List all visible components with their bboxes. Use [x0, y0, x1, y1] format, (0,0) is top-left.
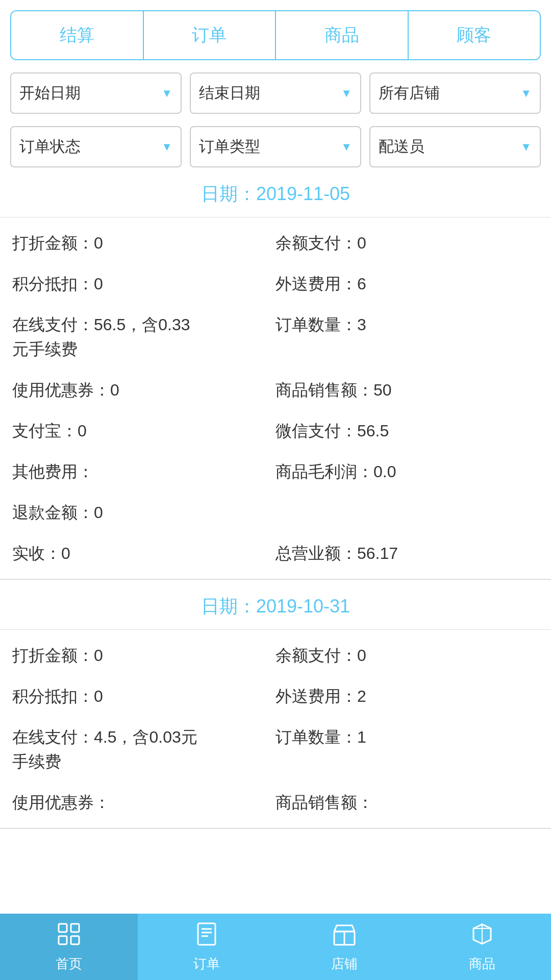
r2-delivery-fee-value: 2: [357, 687, 366, 705]
points-deduct-label: 积分抵扣：: [12, 275, 94, 293]
date-header-2: 日期：2019-10-31: [0, 580, 551, 630]
online-pay-value: 56.5，含0.33: [94, 315, 190, 334]
tab-customer[interactable]: 顾客: [409, 11, 540, 59]
svg-rect-0: [59, 924, 67, 932]
order-count-value: 3: [357, 315, 366, 334]
start-date-select[interactable]: 开始日期 ▼: [10, 72, 182, 114]
refund-label: 退款金额：: [12, 503, 94, 522]
r2-online-pay-extra: 手续费: [12, 752, 61, 771]
order-count-col: 订单数量：3: [276, 312, 539, 337]
deliverer-label: 配送员: [379, 136, 424, 157]
alipay-col: 支付宝：0: [12, 419, 276, 443]
order-count-label: 订单数量：: [276, 315, 357, 334]
r2-discount-amount-value: 0: [94, 646, 103, 665]
r2-balance-pay-label: 余额支付：: [276, 646, 357, 665]
svg-rect-1: [71, 924, 79, 932]
deliverer-arrow-icon: ▼: [520, 140, 532, 154]
row-discount-balance: 打折金额：0 余额支付：0: [12, 223, 539, 263]
r2-online-pay-label: 在线支付：: [12, 728, 94, 746]
coupon-label: 使用优惠券：: [12, 381, 110, 399]
tab-order[interactable]: 订单: [144, 11, 277, 59]
r2-balance-pay-col: 余额支付：0: [276, 643, 539, 668]
end-date-select[interactable]: 结束日期 ▼: [190, 72, 361, 114]
nav-item-goods[interactable]: 商品: [413, 914, 551, 980]
order-status-label: 订单状态: [19, 136, 81, 157]
total-label: 总营业额：: [276, 544, 357, 562]
nav-store-label: 店铺: [331, 955, 358, 973]
date-header-1: 日期：2019-11-05: [0, 167, 551, 217]
row-refund: 退款金额：0: [12, 492, 539, 533]
svg-rect-2: [59, 936, 67, 944]
row-points-delivery: 积分抵扣：0 外送费用：6: [12, 263, 539, 304]
goods-icon: [469, 921, 495, 952]
all-shops-select[interactable]: 所有店铺 ▼: [369, 72, 541, 114]
r2-delivery-fee-col: 外送费用：2: [276, 684, 539, 708]
order-status-select[interactable]: 订单状态 ▼: [10, 126, 182, 167]
balance-pay-label: 余额支付：: [276, 234, 357, 252]
total-value: 56.17: [357, 544, 398, 562]
row2-online-orders: 在线支付：4.5，含0.03元手续费 订单数量：1: [12, 717, 539, 782]
r2-delivery-fee-label: 外送费用：: [276, 687, 357, 705]
total-col: 总营业额：56.17: [276, 541, 539, 566]
deliverer-select[interactable]: 配送员 ▼: [369, 126, 541, 167]
discount-amount-col: 打折金额：0: [12, 231, 276, 255]
start-date-arrow-icon: ▼: [161, 87, 172, 100]
discount-amount-label: 打折金额：: [12, 234, 94, 252]
top-tab-bar: 结算 订单 商品 顾客: [10, 10, 541, 60]
balance-pay-value: 0: [357, 234, 366, 252]
r2-discount-amount-col: 打折金额：0: [12, 643, 276, 668]
svg-rect-3: [71, 936, 79, 944]
delivery-fee-value: 6: [357, 275, 366, 293]
end-date-arrow-icon: ▼: [341, 87, 352, 100]
balance-pay-col: 余额支付：0: [276, 231, 539, 255]
nav-order-label: 订单: [193, 955, 220, 973]
refund-value: 0: [94, 503, 103, 522]
row-coupon-sales: 使用优惠券：0 商品销售额：50: [12, 370, 539, 410]
coupon-col: 使用优惠券：0: [12, 378, 276, 402]
gross-margin-value: 0.0: [373, 462, 396, 481]
data-block-1: 打折金额：0 余额支付：0 积分抵扣：0 外送费用：6 在线支付：56.5，含0…: [0, 217, 551, 580]
row2-points-delivery: 积分抵扣：0 外送费用：2: [12, 676, 539, 717]
data-block-2: 打折金额：0 余额支付：0 积分抵扣：0 外送费用：2 在线支付：4.5，含0.…: [0, 630, 551, 829]
r2-discount-amount-label: 打折金额：: [12, 646, 94, 665]
start-date-label: 开始日期: [19, 83, 81, 104]
order-type-arrow-icon: ▼: [341, 140, 352, 154]
nav-item-order[interactable]: 订单: [138, 914, 276, 980]
nav-item-store[interactable]: 店铺: [276, 914, 413, 980]
r2-sales-col: 商品销售额：: [276, 790, 539, 815]
r2-sales-label: 商品销售额：: [276, 793, 373, 812]
delivery-fee-label: 外送费用：: [276, 275, 357, 293]
order-status-arrow-icon: ▼: [161, 140, 172, 154]
r2-online-pay-value: 4.5，含0.03元: [94, 728, 197, 746]
other-fee-label: 其他费用：: [12, 462, 94, 481]
order-type-select[interactable]: 订单类型 ▼: [190, 126, 361, 167]
r2-order-count-label: 订单数量：: [276, 728, 357, 746]
discount-amount-value: 0: [94, 234, 103, 252]
delivery-fee-col: 外送费用：6: [276, 272, 539, 296]
filter-row-2: 订单状态 ▼ 订单类型 ▼ 配送员 ▼: [10, 126, 541, 167]
all-shops-label: 所有店铺: [379, 83, 440, 104]
row2-coupon-sales: 使用优惠券： 商品销售额：: [12, 782, 539, 823]
refund-col: 退款金额：0: [12, 500, 276, 525]
r2-points-deduct-col: 积分抵扣：0: [12, 684, 276, 708]
order-icon: [194, 921, 219, 952]
online-pay-extra: 元手续费: [12, 340, 78, 358]
points-deduct-value: 0: [94, 275, 103, 293]
sales-col: 商品销售额：50: [276, 378, 539, 402]
sales-label: 商品销售额：: [276, 381, 373, 399]
r2-points-deduct-value: 0: [94, 687, 103, 705]
row-alipay-wechat: 支付宝：0 微信支付：56.5: [12, 410, 539, 451]
actual-col: 实收：0: [12, 541, 276, 566]
tab-settlement[interactable]: 结算: [11, 11, 144, 59]
r2-online-pay-col: 在线支付：4.5，含0.03元手续费: [12, 725, 276, 774]
online-pay-col: 在线支付：56.5，含0.33元手续费: [12, 312, 276, 361]
wechat-pay-label: 微信支付：: [276, 422, 357, 440]
end-date-label: 结束日期: [199, 83, 260, 104]
actual-value: 0: [61, 544, 70, 562]
tab-goods[interactable]: 商品: [276, 11, 409, 59]
alipay-value: 0: [78, 422, 87, 440]
nav-item-home[interactable]: 首页: [0, 914, 138, 980]
r2-order-count-value: 1: [357, 728, 366, 746]
svg-rect-4: [198, 923, 215, 945]
r2-order-count-col: 订单数量：1: [276, 725, 539, 749]
